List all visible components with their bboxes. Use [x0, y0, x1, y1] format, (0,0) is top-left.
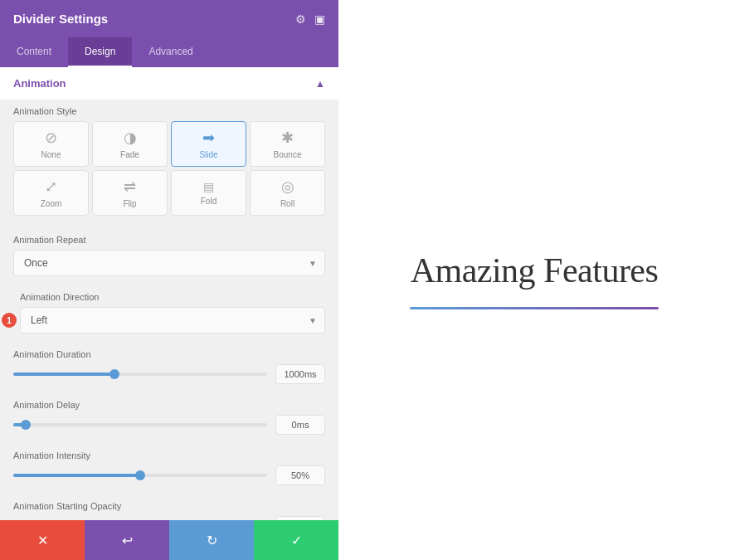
- panel-title: Divider Settings: [13, 12, 108, 26]
- animation-style-grid: ⊘ None ◑ Fade ➡ Slide ✱ Bounce ⤢ Zoom: [13, 121, 325, 216]
- preview-area: Amazing Features: [338, 0, 730, 560]
- redo-icon: ↻: [207, 533, 217, 548]
- confirm-icon: ✓: [291, 533, 302, 548]
- delay-slider-row: 0ms: [13, 415, 325, 435]
- undo-button[interactable]: ↩: [85, 520, 169, 560]
- intensity-label: Animation Intensity: [13, 450, 325, 460]
- direction-select-wrapper: Left Right Top Bottom ▼: [20, 307, 325, 334]
- delay-value[interactable]: 0ms: [275, 415, 325, 435]
- delay-slider-track[interactable]: [13, 423, 267, 426]
- anim-fold[interactable]: ▤ Fold: [171, 170, 246, 216]
- intensity-slider-fill: [13, 474, 140, 477]
- anim-zoom[interactable]: ⤢ Zoom: [13, 170, 89, 216]
- fade-icon: ◑: [124, 129, 137, 147]
- direction-row: 1 Left Right Top Bottom ▼: [20, 307, 325, 334]
- anim-none[interactable]: ⊘ None: [13, 121, 89, 167]
- preview-divider: [410, 307, 659, 309]
- fold-label: Fold: [201, 197, 217, 206]
- delay-label: Animation Delay: [13, 400, 325, 410]
- zoom-icon: ⤢: [45, 178, 57, 196]
- animation-opacity-group: Animation Starting Opacity 0%: [0, 494, 338, 520]
- duration-slider-row: 1000ms: [13, 364, 325, 384]
- opacity-label: Animation Starting Opacity: [13, 501, 325, 511]
- bounce-label: Bounce: [274, 150, 302, 159]
- panel-content: Animation ▲ Animation Style ⊘ None ◑ Fad…: [0, 67, 338, 520]
- chevron-up-icon: ▲: [315, 78, 325, 90]
- cancel-button[interactable]: ✕: [0, 520, 85, 560]
- duration-slider-track[interactable]: [13, 373, 267, 376]
- repeat-label: Animation Repeat: [13, 235, 325, 245]
- settings-panel: Divider Settings ⚙ ▣ Content Design Adva…: [0, 0, 338, 560]
- direction-label: Animation Direction: [20, 292, 325, 302]
- fade-label: Fade: [120, 150, 139, 159]
- roll-label: Roll: [280, 199, 294, 208]
- animation-style-label: Animation Style: [13, 106, 325, 116]
- redo-button[interactable]: ↻: [169, 520, 254, 560]
- intensity-slider-row: 50%: [13, 465, 325, 485]
- repeat-select-wrapper: Once Loop Infinite ▼: [13, 250, 325, 276]
- animation-intensity-group: Animation Intensity 50%: [0, 443, 338, 494]
- bottom-bar: ✕ ↩ ↻ ✓: [0, 520, 338, 560]
- duration-slider-fill: [13, 373, 114, 376]
- animation-duration-group: Animation Duration 1000ms: [0, 342, 338, 392]
- slide-icon: ➡: [202, 129, 215, 147]
- confirm-button[interactable]: ✓: [254, 520, 338, 560]
- tab-bar: Content Design Advanced: [0, 37, 338, 67]
- settings-icon[interactable]: ⚙: [295, 12, 306, 26]
- direction-badge: 1: [2, 313, 17, 328]
- none-icon: ⊘: [45, 129, 57, 147]
- anim-fade[interactable]: ◑ Fade: [92, 121, 168, 167]
- intensity-value[interactable]: 50%: [275, 465, 325, 485]
- bounce-icon: ✱: [281, 129, 294, 147]
- anim-bounce[interactable]: ✱ Bounce: [250, 121, 325, 167]
- animation-section-title: Animation: [13, 77, 66, 90]
- duration-slider-thumb[interactable]: [110, 369, 119, 379]
- cancel-icon: ✕: [37, 533, 48, 548]
- delay-slider-thumb[interactable]: [21, 420, 31, 430]
- undo-icon: ↩: [122, 533, 133, 548]
- intensity-slider-thumb[interactable]: [135, 470, 145, 480]
- direction-select[interactable]: Left Right Top Bottom: [20, 307, 325, 334]
- animation-delay-group: Animation Delay 0ms: [0, 392, 338, 443]
- duration-label: Animation Duration: [13, 349, 325, 359]
- anim-roll[interactable]: ◎ Roll: [250, 170, 325, 216]
- panel-header: Divider Settings ⚙ ▣: [0, 0, 338, 37]
- header-icons: ⚙ ▣: [295, 12, 325, 26]
- anim-flip[interactable]: ⇌ Flip: [92, 170, 168, 216]
- anim-slide[interactable]: ➡ Slide: [171, 121, 246, 167]
- tab-content[interactable]: Content: [0, 37, 68, 67]
- tab-advanced[interactable]: Advanced: [132, 37, 209, 67]
- repeat-select[interactable]: Once Loop Infinite: [13, 250, 325, 276]
- preview-title: Amazing Features: [411, 251, 659, 290]
- zoom-label: Zoom: [41, 199, 62, 208]
- flip-icon: ⇌: [124, 178, 136, 196]
- layout-icon[interactable]: ▣: [314, 12, 325, 26]
- flip-label: Flip: [123, 199, 136, 208]
- slide-label: Slide: [199, 150, 217, 159]
- intensity-slider-track[interactable]: [13, 474, 267, 477]
- duration-value[interactable]: 1000ms: [275, 364, 325, 384]
- fold-icon: ▤: [203, 180, 214, 193]
- animation-repeat-group: Animation Repeat Once Loop Infinite ▼: [0, 227, 338, 285]
- roll-icon: ◎: [281, 178, 294, 196]
- none-label: None: [41, 150, 61, 159]
- animation-direction-group: Animation Direction 1 Left Right Top Bot…: [0, 285, 338, 342]
- animation-style-group: Animation Style ⊘ None ◑ Fade ➡ Slide ✱ …: [0, 100, 338, 227]
- animation-section-header[interactable]: Animation ▲: [0, 67, 338, 100]
- tab-design[interactable]: Design: [68, 37, 132, 67]
